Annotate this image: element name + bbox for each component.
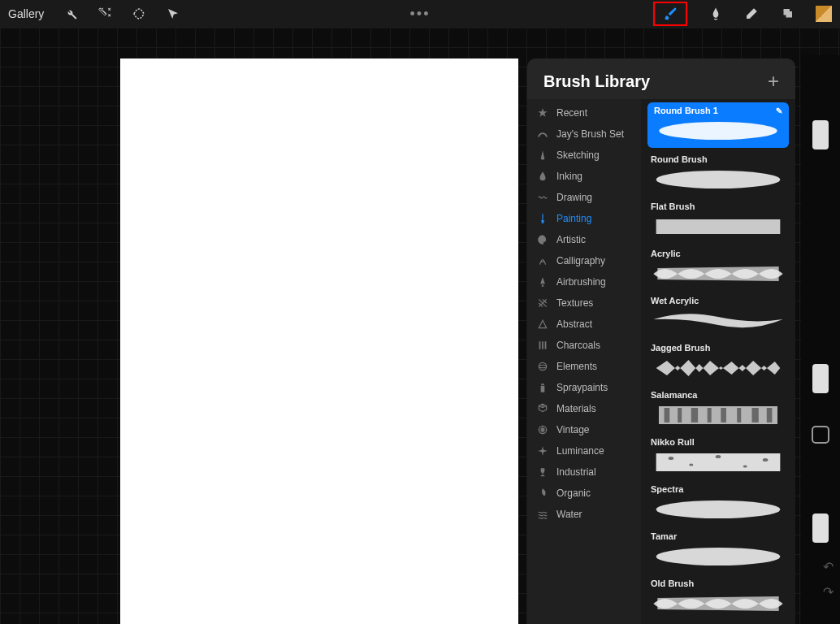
svg-rect-5 <box>656 219 781 234</box>
brush-item-flat-brush[interactable]: Flat Brush <box>647 200 789 242</box>
category-label: Textures <box>556 297 593 309</box>
category-label: Charcoals <box>556 340 600 351</box>
eraser-icon[interactable] <box>744 6 759 21</box>
brush-panel-title: Brush Library <box>543 72 650 91</box>
brush-item-wet-acrylic[interactable]: Wet Acrylic <box>647 294 789 336</box>
palette-icon <box>537 234 548 245</box>
can-icon <box>537 382 548 393</box>
brush-item-spectra[interactable]: Spectra <box>647 483 789 525</box>
category-item-spraypaints[interactable]: Spraypaints <box>527 377 641 398</box>
brush-name: Nikko Rull <box>651 437 786 447</box>
brush-item-salamanca[interactable]: Salamanca <box>647 388 789 431</box>
category-item-sketching[interactable]: Sketching <box>527 145 641 166</box>
cursor-icon[interactable] <box>166 6 180 21</box>
select-icon[interactable] <box>132 6 146 21</box>
category-label: Water <box>556 509 582 520</box>
add-brush-button[interactable]: + <box>768 72 779 91</box>
category-item-charcoals[interactable]: Charcoals <box>527 335 641 356</box>
wand-icon[interactable] <box>97 6 112 21</box>
lines-icon <box>537 340 548 351</box>
brush-item-old-brush[interactable]: Old Brush <box>647 577 789 619</box>
category-label: Jay's Brush Set <box>556 128 624 140</box>
redo-icon[interactable]: ↷ <box>823 584 834 600</box>
brush-panel-body: RecentJay's Brush SetSketchingInkingDraw… <box>527 99 795 624</box>
category-item-materials[interactable]: Materials <box>527 398 641 419</box>
category-item-textures[interactable]: Textures <box>527 292 641 314</box>
category-item-abstract[interactable]: Abstract <box>527 314 641 335</box>
gallery-button[interactable]: Gallery <box>8 7 44 20</box>
svg-point-4 <box>656 171 781 188</box>
category-label: Calligraphy <box>556 255 605 266</box>
brush-name: Salamanca <box>651 390 786 400</box>
category-label: Painting <box>556 213 591 224</box>
edit-brush-icon[interactable]: ✎ <box>776 106 782 115</box>
category-label: Drawing <box>556 192 592 203</box>
svg-rect-6 <box>659 406 777 424</box>
brush-icon <box>537 213 548 224</box>
category-label: Organic <box>556 488 591 499</box>
asterisk-icon <box>537 424 548 436</box>
brush-size-slider-thumb[interactable] <box>812 120 829 150</box>
brush-item-nikko-rull[interactable]: Nikko Rull <box>647 436 789 478</box>
category-item-jay-s-brush-set[interactable]: Jay's Brush Set <box>527 124 641 145</box>
brush-name: Round Brush <box>651 154 786 164</box>
brush-list[interactable]: Round Brush 1✎Round BrushFlat BrushAcryl… <box>641 99 795 624</box>
brush-item-jagged-brush[interactable]: Jagged Brush <box>647 341 789 384</box>
brush-name: Acrylic <box>651 249 786 258</box>
category-item-vintage[interactable]: Vintage <box>527 419 641 440</box>
color-picker[interactable] <box>816 6 832 22</box>
waves-icon <box>537 509 548 520</box>
svg-point-3 <box>659 122 777 140</box>
brush-tool-highlighted[interactable] <box>653 2 687 26</box>
category-item-industrial[interactable]: Industrial <box>527 462 641 483</box>
category-item-calligraphy[interactable]: Calligraphy <box>527 250 641 271</box>
category-item-artistic[interactable]: Artistic <box>527 229 641 250</box>
category-label: Artistic <box>556 234 586 245</box>
pencil-icon <box>537 150 548 161</box>
undo-icon[interactable]: ↶ <box>823 559 834 574</box>
category-label: Industrial <box>556 466 596 478</box>
category-item-painting[interactable]: Painting <box>527 208 641 229</box>
svg-point-13 <box>763 458 769 462</box>
category-label: Elements <box>556 361 597 372</box>
smudge-icon[interactable] <box>708 6 723 21</box>
category-item-airbrushing[interactable]: Airbrushing <box>527 271 641 292</box>
category-item-water[interactable]: Water <box>527 504 641 525</box>
right-sidebar: ↶ ↷ <box>801 55 840 624</box>
brush-item-acrylic[interactable]: Acrylic <box>647 247 789 289</box>
svg-point-14 <box>656 500 781 518</box>
squiggle-icon <box>537 192 548 203</box>
slider-thumb-lower[interactable] <box>812 514 829 543</box>
category-item-inking[interactable]: Inking <box>527 166 641 187</box>
sphere-icon <box>537 361 548 372</box>
brush-name: Flat Brush <box>651 202 786 211</box>
category-label: Recent <box>556 107 587 119</box>
category-item-organic[interactable]: Organic <box>527 483 641 504</box>
brush-item-round-brush-1[interactable]: Round Brush 1✎ <box>647 102 789 148</box>
opacity-slider-thumb[interactable] <box>812 364 829 393</box>
category-item-luminance[interactable]: Luminance <box>527 440 641 462</box>
wrench-icon[interactable] <box>63 6 78 21</box>
category-item-drawing[interactable]: Drawing <box>527 187 641 208</box>
layers-icon[interactable] <box>780 6 795 21</box>
svg-point-1 <box>539 365 546 368</box>
category-label: Sketching <box>556 150 600 161</box>
category-list[interactable]: RecentJay's Brush SetSketchingInkingDraw… <box>527 99 641 624</box>
category-label: Luminance <box>556 445 604 457</box>
sparkle-icon <box>537 445 548 457</box>
brush-item-tamar[interactable]: Tamar <box>647 530 789 572</box>
modify-button[interactable] <box>812 426 829 444</box>
brush-name: Tamar <box>651 531 786 541</box>
drop-icon <box>537 171 548 182</box>
cube-icon <box>537 403 548 414</box>
undo-redo-group: ↶ ↷ <box>823 559 834 600</box>
svg-point-15 <box>656 548 781 566</box>
brush-item-round-brush[interactable]: Round Brush <box>647 153 789 195</box>
canvas[interactable] <box>120 58 518 624</box>
category-item-elements[interactable]: Elements <box>527 356 641 377</box>
brush-icon <box>663 6 678 21</box>
more-menu-icon[interactable]: ••• <box>410 6 431 23</box>
category-item-recent[interactable]: Recent <box>527 102 641 124</box>
category-label: Vintage <box>556 424 589 436</box>
brush-panel-header: Brush Library + <box>527 58 795 99</box>
